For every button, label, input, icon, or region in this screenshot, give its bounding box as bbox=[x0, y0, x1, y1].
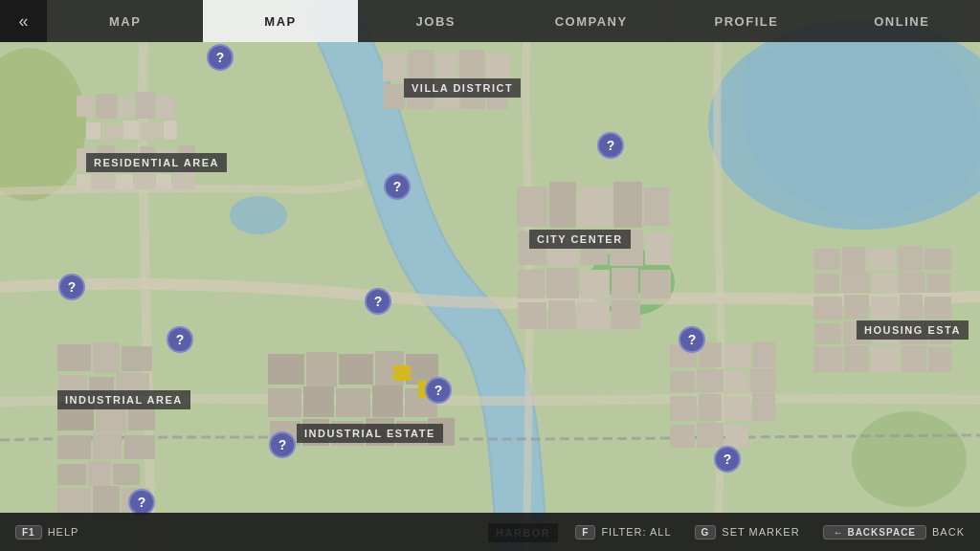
tab-map-left[interactable]: MAP bbox=[48, 0, 203, 42]
svg-rect-26 bbox=[156, 174, 171, 189]
svg-rect-125 bbox=[750, 368, 775, 392]
svg-rect-46 bbox=[517, 187, 547, 227]
pin-11[interactable]: ? bbox=[128, 489, 155, 516]
svg-rect-85 bbox=[813, 347, 842, 372]
svg-rect-58 bbox=[581, 270, 610, 298]
marker-item[interactable]: G SET MARKER bbox=[695, 525, 800, 540]
svg-rect-124 bbox=[725, 371, 748, 392]
top-navigation: « MAP MAP JOBS COMPANY PROFILE ONLINE bbox=[0, 0, 980, 42]
map-container: VILLA DISTRICT RESIDENTIAL AREA CITY CEN… bbox=[0, 0, 980, 551]
help-item: F1 HELP bbox=[15, 525, 78, 540]
label-industrial-estate: INDUSTRIAL ESTATE bbox=[297, 424, 443, 443]
svg-rect-95 bbox=[384, 84, 405, 109]
marker-label: SET MARKER bbox=[722, 526, 799, 538]
label-housing-estate: HOUSING ESTA bbox=[857, 320, 969, 340]
tab-map-center[interactable]: MAP bbox=[203, 0, 358, 42]
svg-rect-7 bbox=[96, 94, 117, 119]
back-arrow-icon: « bbox=[18, 11, 28, 32]
svg-rect-77 bbox=[871, 297, 898, 320]
svg-rect-48 bbox=[578, 187, 612, 227]
pin-1[interactable]: ? bbox=[207, 44, 234, 71]
svg-rect-102 bbox=[339, 354, 373, 385]
pin-2[interactable]: ? bbox=[384, 173, 411, 200]
tab-company[interactable]: COMPANY bbox=[514, 0, 669, 42]
pin-9[interactable]: ? bbox=[714, 446, 741, 473]
svg-rect-127 bbox=[699, 394, 722, 421]
label-residential-area: RESIDENTIAL AREA bbox=[86, 153, 227, 172]
back-key-badge: ← BACKSPACE bbox=[823, 525, 926, 540]
svg-rect-122 bbox=[670, 371, 695, 392]
svg-rect-42 bbox=[113, 464, 140, 485]
svg-rect-89 bbox=[928, 347, 951, 372]
svg-rect-14 bbox=[141, 122, 162, 140]
pin-5[interactable]: ? bbox=[365, 288, 391, 315]
svg-rect-80 bbox=[814, 323, 841, 344]
svg-rect-12 bbox=[102, 124, 122, 140]
svg-rect-43 bbox=[57, 488, 91, 515]
svg-rect-9 bbox=[136, 92, 155, 119]
svg-rect-44 bbox=[93, 486, 120, 515]
svg-rect-87 bbox=[871, 347, 900, 372]
svg-rect-27 bbox=[173, 172, 194, 189]
svg-rect-100 bbox=[268, 354, 304, 385]
svg-rect-22 bbox=[77, 174, 91, 189]
svg-rect-41 bbox=[88, 461, 111, 486]
svg-rect-75 bbox=[813, 297, 842, 320]
svg-rect-129 bbox=[752, 393, 775, 421]
svg-rect-10 bbox=[157, 96, 174, 119]
svg-rect-90 bbox=[383, 53, 406, 81]
tab-jobs[interactable]: JOBS bbox=[359, 0, 514, 42]
svg-rect-121 bbox=[752, 342, 775, 367]
pin-7[interactable]: ? bbox=[597, 132, 624, 159]
svg-rect-50 bbox=[644, 187, 669, 226]
svg-rect-105 bbox=[268, 388, 301, 417]
tab-online[interactable]: ONLINE bbox=[825, 0, 980, 42]
label-industrial-area: INDUSTRIAL AREA bbox=[57, 390, 190, 409]
pin-4[interactable]: ? bbox=[167, 326, 193, 353]
svg-rect-63 bbox=[577, 302, 610, 329]
svg-rect-132 bbox=[725, 425, 748, 448]
svg-rect-61 bbox=[518, 302, 546, 329]
svg-rect-62 bbox=[548, 300, 575, 329]
svg-rect-29 bbox=[93, 342, 120, 373]
svg-rect-67 bbox=[867, 249, 896, 270]
filter-label: FILTER: ALL bbox=[601, 526, 671, 538]
svg-rect-28 bbox=[57, 344, 91, 371]
svg-rect-8 bbox=[119, 98, 134, 117]
label-villa-district: VILLA DISTRICT bbox=[404, 78, 521, 98]
svg-rect-88 bbox=[902, 345, 926, 372]
pin-3[interactable]: ? bbox=[58, 274, 85, 300]
back-item[interactable]: ← BACKSPACE BACK bbox=[823, 525, 965, 540]
svg-rect-76 bbox=[844, 295, 869, 320]
svg-rect-70 bbox=[814, 274, 839, 293]
pin-6[interactable]: ? bbox=[425, 377, 452, 404]
svg-rect-92 bbox=[436, 53, 457, 81]
back-button[interactable]: « bbox=[0, 0, 48, 42]
svg-rect-15 bbox=[164, 121, 177, 140]
pin-10[interactable]: ? bbox=[269, 431, 296, 458]
svg-rect-49 bbox=[613, 182, 642, 228]
help-key-badge: F1 bbox=[15, 525, 42, 540]
svg-rect-128 bbox=[724, 396, 750, 421]
svg-rect-23 bbox=[93, 172, 114, 189]
back-label: BACK bbox=[932, 526, 965, 538]
svg-rect-59 bbox=[612, 268, 638, 298]
svg-rect-73 bbox=[899, 272, 925, 293]
svg-rect-6 bbox=[77, 96, 94, 117]
svg-rect-11 bbox=[86, 122, 100, 140]
svg-rect-111 bbox=[393, 365, 411, 381]
help-label: HELP bbox=[48, 526, 79, 538]
svg-rect-123 bbox=[697, 369, 724, 392]
tab-profile[interactable]: PROFILE bbox=[669, 0, 824, 42]
svg-point-2 bbox=[230, 196, 287, 234]
label-city-center: CITY CENTER bbox=[529, 230, 631, 249]
filter-item[interactable]: F FILTER: ALL bbox=[575, 525, 671, 540]
svg-rect-91 bbox=[408, 50, 434, 82]
svg-rect-120 bbox=[724, 344, 750, 367]
svg-rect-71 bbox=[841, 272, 870, 293]
svg-rect-72 bbox=[872, 274, 897, 293]
svg-rect-66 bbox=[842, 247, 865, 272]
svg-rect-74 bbox=[927, 274, 950, 293]
svg-rect-130 bbox=[670, 425, 695, 448]
pin-8[interactable]: ? bbox=[679, 326, 705, 353]
